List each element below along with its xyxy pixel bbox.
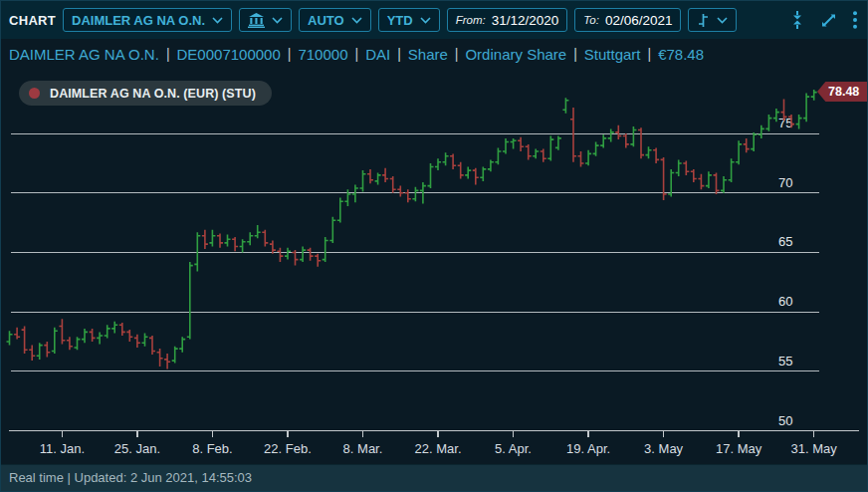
last-price-badge: 78.48 [817,82,868,102]
last-price-value: 78.48 [828,85,859,99]
svg-text:31. May: 31. May [791,441,838,456]
svg-text:22. Feb.: 22. Feb. [264,441,312,456]
svg-text:65: 65 [778,234,792,249]
grid-lines [11,133,819,371]
svg-text:11. Jan.: 11. Jan. [40,441,85,456]
svg-text:50: 50 [778,413,792,428]
svg-text:70: 70 [778,175,792,190]
svg-text:55: 55 [778,354,792,369]
series-legend[interactable]: DAIMLER AG NA O.N. (EUR) (STU) [19,81,272,106]
series-color-dot [29,88,40,99]
svg-text:60: 60 [778,294,792,309]
y-axis-labels: 505560657075 [778,116,792,427]
svg-text:8. Feb.: 8. Feb. [192,441,232,456]
chart-widget: CHART DAIMLER AG NA O.N. AUTO [0,0,868,492]
svg-text:25. Jan.: 25. Jan. [114,441,160,456]
svg-text:19. Apr.: 19. Apr. [566,441,610,456]
svg-text:8. Mar.: 8. Mar. [343,441,383,456]
series-legend-label: DAIMLER AG NA O.N. (EUR) (STU) [50,87,256,101]
svg-text:5. Apr.: 5. Apr. [495,441,532,456]
x-axis: 11. Jan.25. Jan.8. Feb.22. Feb.8. Mar.22… [9,431,859,456]
svg-text:3. May: 3. May [644,441,684,456]
svg-text:17. May: 17. May [716,441,762,456]
ohlc-series [7,90,817,369]
svg-text:22. Mar.: 22. Mar. [415,441,462,456]
price-chart: 50556065707511. Jan.25. Jan.8. Feb.22. F… [1,1,868,492]
